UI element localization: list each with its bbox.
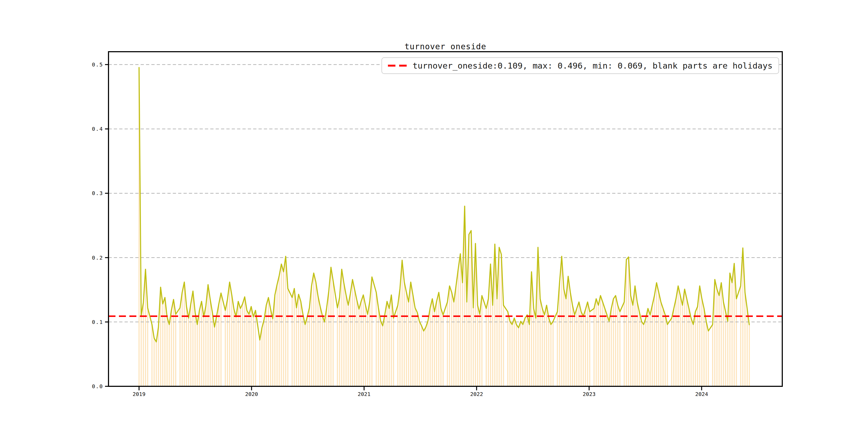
svg-text:0.1: 0.1	[92, 319, 103, 325]
legend-dashed-line-icon	[388, 64, 408, 67]
svg-text:2020: 2020	[245, 391, 258, 397]
turnover-line	[139, 67, 749, 342]
svg-text:2019: 2019	[133, 391, 146, 397]
legend: turnover_oneside:0.109, max: 0.496, min:…	[381, 57, 779, 74]
svg-text:0.5: 0.5	[92, 61, 103, 68]
svg-text:0.4: 0.4	[92, 126, 103, 132]
chart-title: turnover oneside	[108, 42, 782, 51]
svg-text:0.0: 0.0	[92, 383, 103, 390]
svg-text:2021: 2021	[358, 391, 371, 397]
x-axis-ticks: 201920202021202220232024	[133, 386, 708, 397]
svg-text:0.3: 0.3	[92, 190, 103, 196]
svg-text:0.2: 0.2	[92, 254, 103, 261]
grid-lines	[108, 65, 782, 322]
svg-text:2022: 2022	[470, 391, 483, 397]
holiday-stem-bars	[139, 67, 749, 386]
svg-text:2023: 2023	[583, 391, 595, 397]
axes-frame	[108, 52, 782, 386]
y-axis-ticks: 0.00.10.20.30.40.5	[92, 61, 108, 390]
figure: 201920202021202220232024 0.00.10.20.30.4…	[0, 0, 868, 434]
legend-label: turnover_oneside:0.109, max: 0.496, min:…	[412, 61, 773, 70]
svg-text:2024: 2024	[695, 391, 708, 397]
